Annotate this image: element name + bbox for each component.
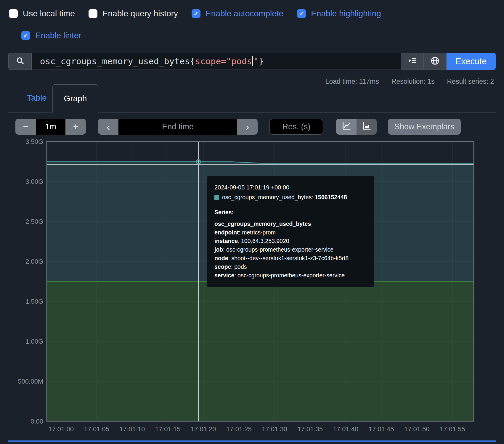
checkbox-box[interactable]: ✓ <box>21 31 30 40</box>
options-row-1: Use local timeEnable query history✓Enabl… <box>9 8 381 19</box>
svg-text:1.50G: 1.50G <box>25 298 43 305</box>
tooltip-label-node: node: shoot--dev--serstuk1-serstuk1-z3-7… <box>214 254 367 263</box>
checkbox-label: Use local time <box>23 9 75 18</box>
tooltip-timestamp: 2024-09-05 17:01:19 +00:00 <box>214 183 367 192</box>
tooltip-label-service: service: osc-cgroups-prometheus-exporter… <box>214 271 367 280</box>
checkbox-box[interactable]: ✓ <box>192 9 200 18</box>
tab-bar: Table Graph <box>8 84 496 112</box>
tooltip-series-labels: endpoint: metrics-prominstance: 100.64.3… <box>214 228 367 280</box>
checkbox-enable-highlighting[interactable]: ✓Enable highlighting <box>297 9 381 18</box>
text-cursor <box>252 56 253 66</box>
tooltip-series-metric: osc_cgroups_memory_used_bytes <box>214 220 367 228</box>
checkbox-enable-autocomplete[interactable]: ✓Enable autocomplete <box>192 9 283 18</box>
tooltip-label-job: job: osc-cgroups-prometheus-exporter-ser… <box>214 245 367 254</box>
increase-range-button[interactable]: + <box>65 119 86 135</box>
svg-text:17:01:30: 17:01:30 <box>262 425 287 433</box>
tooltip-metric-name: osc_cgroups_memory_used_bytes: 150615244… <box>222 193 347 202</box>
execute-button[interactable]: Execute <box>447 53 496 70</box>
end-time-input[interactable] <box>118 119 237 135</box>
svg-text:17:01:15: 17:01:15 <box>155 425 181 433</box>
checkbox-label: Enable autocomplete <box>206 9 283 18</box>
query-segment: " <box>253 56 259 66</box>
stacked-chart-icon <box>362 121 372 133</box>
svg-text:17:01:50: 17:01:50 <box>404 425 430 433</box>
search-segment <box>8 53 31 70</box>
svg-text:17:01:05: 17:01:05 <box>84 425 109 433</box>
range-input[interactable] <box>36 119 65 135</box>
svg-text:1.00G: 1.00G <box>25 338 43 345</box>
tooltip-label-scope: scope: pods <box>214 263 367 271</box>
format-icon <box>408 56 417 67</box>
checkbox-label: Enable linter <box>35 31 81 40</box>
tooltip-value-line: osc_cgroups_memory_used_bytes: 150615244… <box>214 193 367 202</box>
tab-table[interactable]: Table <box>19 84 55 112</box>
y-axis-labels: 0.00500.00M1.00G1.50G2.00G2.50G3.00G3.50… <box>18 138 43 425</box>
svg-text:17:01:10: 17:01:10 <box>120 425 145 433</box>
checkbox-use-local-time[interactable]: Use local time <box>9 9 75 18</box>
svg-text:500.00M: 500.00M <box>18 378 43 385</box>
svg-text:3.00G: 3.00G <box>25 178 43 185</box>
svg-text:17:01:25: 17:01:25 <box>226 425 252 433</box>
graph-controls: − + ‹ › Show Exemplars <box>0 119 504 135</box>
resolution-input[interactable] <box>269 119 323 135</box>
checkbox-label: Enable highlighting <box>311 9 381 18</box>
x-axis-labels: 17:01:0017:01:0517:01:1017:01:1517:01:20… <box>48 425 465 433</box>
svg-text:2.00G: 2.00G <box>25 258 43 265</box>
checkbox-label: Enable query history <box>102 9 178 18</box>
panel-divider <box>8 440 496 442</box>
stacked-graph-toggle[interactable] <box>357 119 377 135</box>
query-segment: osc_cgroups_memory_used_bytes{ <box>40 56 195 66</box>
checkbox-box[interactable]: ✓ <box>297 9 306 18</box>
tab-graph[interactable]: Graph <box>52 84 98 112</box>
search-icon <box>16 56 25 66</box>
tooltip-metric-value: 1506152448 <box>315 194 347 200</box>
svg-text:17:01:35: 17:01:35 <box>297 425 323 433</box>
svg-text:17:01:45: 17:01:45 <box>369 425 394 433</box>
svg-text:17:01:55: 17:01:55 <box>440 425 465 433</box>
checkbox-enable-linter[interactable]: ✓Enable linter <box>21 31 81 40</box>
prometheus-query-panel: Use local timeEnable query history✓Enabl… <box>0 0 504 444</box>
next-end-time-button[interactable]: › <box>237 119 258 135</box>
query-segment: scope="pods <box>195 56 252 66</box>
svg-text:2.50G: 2.50G <box>25 218 43 225</box>
series-color-swatch <box>214 195 219 200</box>
format-query-button[interactable] <box>401 53 424 70</box>
checkbox-enable-query-history[interactable]: Enable query history <box>89 9 178 18</box>
decrease-range-button[interactable]: − <box>15 119 36 135</box>
checkbox-box[interactable] <box>9 9 18 18</box>
show-exemplars-button[interactable]: Show Exemplars <box>388 119 461 135</box>
checkbox-box[interactable] <box>89 9 97 18</box>
previous-end-time-button[interactable]: ‹ <box>98 119 118 135</box>
options-row-2: ✓Enable linter <box>21 30 81 41</box>
query-segment: } <box>259 56 264 66</box>
query-bar: osc_cgroups_memory_used_bytes{scope="pod… <box>8 53 496 70</box>
tooltip-label-endpoint: endpoint: metrics-prom <box>214 228 367 237</box>
svg-text:17:01:20: 17:01:20 <box>191 425 216 433</box>
tooltip-series-heading: Series: <box>214 208 367 217</box>
graph-tooltip: 2024-09-05 17:01:19 +00:00 osc_cgroups_m… <box>207 176 374 287</box>
svg-text:0.00: 0.00 <box>31 418 43 425</box>
globe-button[interactable] <box>424 53 447 70</box>
svg-text:3.50G: 3.50G <box>25 138 43 145</box>
line-graph-toggle[interactable] <box>336 119 357 135</box>
query-input[interactable]: osc_cgroups_memory_used_bytes{scope="pod… <box>31 53 401 70</box>
line-chart-icon <box>341 121 351 133</box>
tooltip-label-instance: instance: 100.64.3.253:9020 <box>214 237 367 245</box>
svg-text:17:01:00: 17:01:00 <box>48 425 74 433</box>
svg-text:17:01:40: 17:01:40 <box>333 425 359 433</box>
globe-icon <box>430 56 440 67</box>
